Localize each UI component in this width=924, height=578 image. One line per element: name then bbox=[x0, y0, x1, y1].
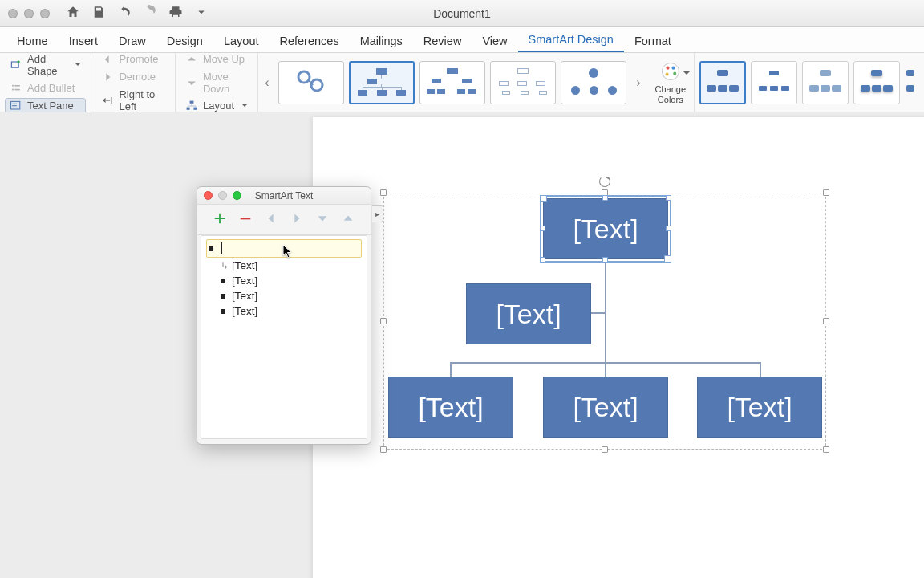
add-shape-icon bbox=[10, 59, 22, 71]
tab-view[interactable]: View bbox=[472, 29, 517, 52]
demote-label: Demote bbox=[119, 71, 156, 83]
outline-text: [Text] bbox=[232, 290, 257, 302]
style-tile-2[interactable] bbox=[751, 61, 797, 104]
add-shape-button[interactable]: Add Shape bbox=[5, 51, 86, 79]
print-icon[interactable] bbox=[168, 5, 183, 22]
svg-rect-5 bbox=[11, 101, 20, 109]
layouts-prev[interactable]: ‹ bbox=[258, 60, 275, 105]
panel-title-label: SmartArt Text bbox=[255, 190, 313, 201]
tab-format[interactable]: Format bbox=[624, 29, 682, 52]
panel-move-down-icon[interactable] bbox=[315, 211, 330, 229]
move-down-button[interactable]: Move Down bbox=[180, 69, 253, 96]
style-tile-4[interactable] bbox=[853, 61, 900, 104]
add-bullet-icon bbox=[10, 82, 22, 95]
svg-point-1 bbox=[12, 84, 14, 86]
smartart-text-panel[interactable]: SmartArt Text ▸ ↳ [Text] [Text] [Text] bbox=[197, 186, 371, 445]
undo-icon[interactable] bbox=[117, 5, 132, 22]
ribbon-group-hierarchy: Promote Demote Right to Left bbox=[91, 53, 176, 112]
outline-text: [Text] bbox=[232, 305, 257, 317]
layout-tile-5[interactable] bbox=[561, 61, 626, 104]
outline-item-3[interactable]: [Text] bbox=[206, 273, 362, 288]
panel-add-icon[interactable] bbox=[213, 211, 227, 229]
outline-text: [Text] bbox=[232, 275, 257, 287]
style-tile-3[interactable] bbox=[802, 61, 849, 104]
panel-flyout-icon[interactable]: ▸ bbox=[372, 205, 383, 222]
layout-button[interactable]: Layout bbox=[180, 98, 253, 114]
resize-handle[interactable] bbox=[380, 446, 387, 453]
panel-titlebar[interactable]: SmartArt Text bbox=[197, 187, 371, 205]
panel-remove-icon[interactable] bbox=[238, 211, 253, 229]
outline-item-2[interactable]: ↳ [Text] bbox=[206, 258, 362, 273]
tab-smartart-design[interactable]: SmartArt Design bbox=[518, 27, 624, 52]
smartart-node-top[interactable]: [Text] bbox=[543, 198, 668, 259]
qat-customize-icon[interactable] bbox=[194, 5, 209, 22]
resize-handle[interactable] bbox=[823, 318, 829, 324]
resize-handle[interactable] bbox=[380, 318, 387, 324]
style-tile-1[interactable] bbox=[699, 61, 746, 104]
outline-item-5[interactable]: [Text] bbox=[206, 303, 362, 319]
add-bullet-label: Add Bullet bbox=[27, 82, 75, 94]
styles-gallery bbox=[695, 58, 924, 108]
connector bbox=[450, 362, 452, 377]
smartart-node-child-2[interactable]: [Text] bbox=[543, 377, 668, 438]
layouts-next[interactable]: › bbox=[630, 60, 646, 105]
smartart-node-child-1[interactable]: [Text] bbox=[388, 377, 513, 438]
add-bullet-button[interactable]: Add Bullet bbox=[5, 80, 86, 96]
close-window-icon[interactable] bbox=[8, 9, 18, 18]
demote-button[interactable]: Demote bbox=[96, 69, 170, 85]
smartart-node-child-3[interactable]: [Text] bbox=[697, 377, 822, 438]
zoom-window-icon[interactable] bbox=[40, 9, 50, 18]
panel-outline[interactable]: ↳ [Text] [Text] [Text] [Text] bbox=[201, 235, 367, 439]
change-colors-button[interactable]: Change Colors bbox=[646, 53, 695, 112]
tab-draw[interactable]: Draw bbox=[108, 29, 156, 52]
smartart-frame[interactable]: [Text] [Text] [Text] [Text] [Text] bbox=[383, 193, 826, 450]
smartart-node-assistant[interactable]: [Text] bbox=[466, 283, 591, 344]
panel-outdent-icon[interactable] bbox=[264, 211, 278, 229]
tab-review[interactable]: Review bbox=[413, 29, 472, 52]
tab-layout[interactable]: Layout bbox=[213, 29, 270, 52]
svg-rect-4 bbox=[14, 88, 19, 90]
tab-references[interactable]: References bbox=[269, 29, 349, 52]
ribbon-group-create: Add Shape Add Bullet Text Pane bbox=[0, 53, 91, 112]
right-to-left-button[interactable]: Right to Left bbox=[96, 87, 170, 114]
window-controls bbox=[8, 9, 50, 18]
panel-zoom-icon[interactable] bbox=[233, 191, 241, 200]
rotate-handle-icon[interactable] bbox=[599, 176, 610, 187]
style-tile-5[interactable] bbox=[905, 61, 919, 104]
layout-tile-2[interactable] bbox=[349, 61, 415, 104]
tab-insert[interactable]: Insert bbox=[59, 29, 108, 52]
panel-close-icon[interactable] bbox=[204, 191, 213, 200]
svg-point-12 bbox=[311, 79, 322, 91]
text-pane-toggle[interactable]: Text Pane bbox=[5, 98, 86, 114]
promote-button[interactable]: Promote bbox=[96, 51, 170, 67]
panel-indent-icon[interactable] bbox=[290, 211, 304, 229]
outline-item-1[interactable] bbox=[206, 239, 362, 258]
svg-point-3 bbox=[12, 88, 14, 90]
panel-minimize-icon[interactable] bbox=[218, 191, 227, 200]
document-page[interactable]: [Text] [Text] [Text] [Text] [Text] bbox=[313, 117, 924, 578]
work-area: [Text] [Text] [Text] [Text] [Text] bbox=[0, 112, 924, 578]
outline-item-4[interactable]: [Text] bbox=[206, 288, 362, 303]
layout-tile-1[interactable] bbox=[278, 61, 344, 104]
panel-toolbar bbox=[197, 205, 371, 235]
home-icon[interactable] bbox=[66, 5, 80, 22]
arrow-left-icon bbox=[101, 53, 114, 66]
tab-mailings[interactable]: Mailings bbox=[350, 29, 413, 52]
resize-handle[interactable] bbox=[823, 189, 829, 196]
layout-tile-3[interactable] bbox=[419, 61, 485, 104]
ribbon: Add Shape Add Bullet Text Pane Promote D… bbox=[0, 53, 924, 112]
resize-handle[interactable] bbox=[380, 189, 387, 196]
layout-tile-4[interactable] bbox=[490, 61, 556, 104]
redo-icon[interactable] bbox=[143, 5, 157, 22]
arrow-down-icon bbox=[185, 76, 198, 89]
palette-icon bbox=[659, 60, 682, 83]
minimize-window-icon[interactable] bbox=[24, 9, 34, 18]
connector bbox=[605, 362, 606, 377]
move-up-button[interactable]: Move Up bbox=[180, 51, 253, 67]
panel-move-up-icon[interactable] bbox=[341, 211, 355, 229]
resize-handle[interactable] bbox=[823, 446, 829, 453]
resize-handle[interactable] bbox=[602, 446, 608, 453]
save-icon[interactable] bbox=[91, 5, 106, 22]
tab-design[interactable]: Design bbox=[156, 29, 213, 52]
tab-home[interactable]: Home bbox=[6, 29, 59, 52]
